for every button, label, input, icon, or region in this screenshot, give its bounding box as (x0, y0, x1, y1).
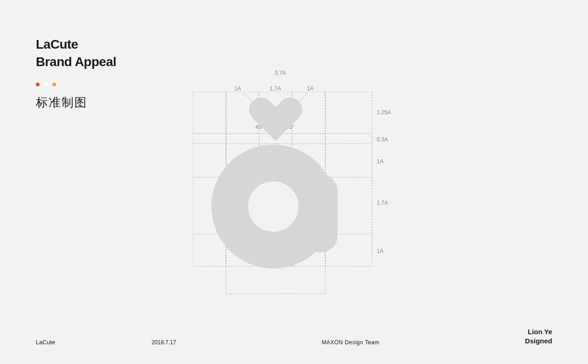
title-block: LaCute Brand Appeal 标准制图 (36, 36, 116, 111)
footer: LaCute 2018.7.17 MAXON Design Team Lion … (0, 327, 588, 346)
footer-date: 2018.7.17 (152, 339, 176, 346)
title-line-1: LaCute (36, 36, 116, 53)
dim-top-total: 3.7A (275, 70, 286, 76)
title-line-2: Brand Appeal (36, 53, 116, 71)
color-dots (36, 83, 116, 86)
dim-top-mid: 1.7A (270, 85, 281, 92)
dot-white (44, 83, 48, 86)
dim-top-right: 1A (307, 85, 314, 92)
footer-team: MAXON Design Team (176, 339, 525, 346)
dot-red (36, 83, 40, 86)
footer-author-line1: Lion Ye (525, 327, 552, 336)
grid-svg (193, 92, 404, 303)
footer-brand: LaCute (36, 339, 55, 346)
subtitle: 标准制图 (36, 95, 116, 111)
logo-inner-hole (248, 181, 299, 232)
logo-heart-icon (249, 97, 302, 141)
construction-diagram: 1A 1.7A 1A 45° 45° 1.25A 0.3A 1A 1.7A 1A (193, 92, 372, 294)
dim-top-left: 1A (234, 85, 241, 92)
footer-author: Lion Ye Dsigned (525, 327, 552, 346)
footer-author-line2: Dsigned (525, 336, 552, 346)
svg-rect-11 (303, 174, 338, 252)
dot-yellow (52, 83, 56, 86)
